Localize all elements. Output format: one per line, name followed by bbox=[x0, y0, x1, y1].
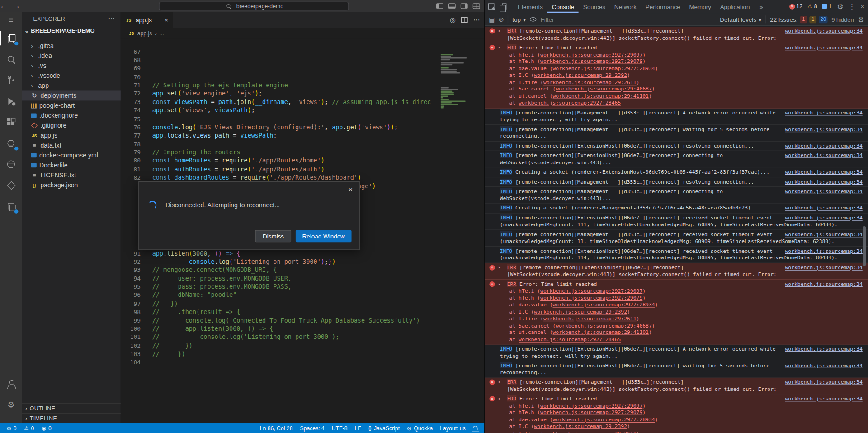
console-source-link[interactable]: workbench.js:sourcemap:34 bbox=[785, 152, 862, 159]
stack-source-link[interactable]: workbench.js:sourcemap:29:40687 bbox=[556, 322, 651, 328]
stack-source-link[interactable]: workbench.js:sourcemap:2927:28465 bbox=[519, 336, 621, 342]
panel-outline[interactable]: ›OUTLINE bbox=[22, 403, 121, 413]
error-count-badge[interactable]: × 12 bbox=[789, 3, 803, 9]
reload-window-button[interactable]: Reload Window bbox=[296, 230, 352, 242]
stack-source-link[interactable]: workbench.js:sourcemap:2927:29079 bbox=[540, 409, 642, 415]
status-item[interactable]: Layout: us bbox=[440, 425, 466, 431]
close-tab-icon[interactable]: × bbox=[165, 17, 168, 24]
console-source-link[interactable]: workbench.js:sourcemap:34 bbox=[785, 379, 862, 385]
inspect-icon[interactable] bbox=[488, 3, 494, 9]
status-item[interactable]: {}JavaScript bbox=[368, 425, 400, 431]
code-line[interactable]: 70 bbox=[121, 73, 438, 81]
tree-item--vs[interactable]: ›.vs bbox=[22, 61, 121, 71]
toggle-panel-icon[interactable] bbox=[448, 3, 456, 9]
extensions-icon[interactable] bbox=[0, 112, 22, 133]
hidden-messages-label[interactable]: 9 hidden bbox=[831, 16, 854, 23]
dismiss-button[interactable]: Dismiss bbox=[255, 230, 291, 242]
info-count-badge[interactable]: 1 bbox=[822, 3, 832, 9]
devtools-tab-console[interactable]: Console bbox=[547, 0, 579, 13]
stack-source-link[interactable]: workbench.js:sourcemap:29:2611 bbox=[543, 315, 637, 321]
console-filter-input[interactable] bbox=[540, 16, 716, 23]
tree-item-app-js[interactable]: JSapp.js bbox=[22, 130, 121, 140]
console-source-link[interactable]: workbench.js:sourcemap:34 bbox=[785, 44, 862, 51]
stack-source-link[interactable]: workbench.js:sourcemap:2927:29097 bbox=[540, 288, 642, 294]
devtools-tab-memory[interactable]: Memory bbox=[685, 0, 716, 13]
log-levels-selector[interactable]: Default levels ▾ bbox=[720, 16, 762, 23]
devtools-tab-network[interactable]: Network bbox=[610, 0, 641, 13]
menu-icon[interactable]: ≡ bbox=[0, 12, 22, 28]
explorer-more-icon[interactable]: ⋯ bbox=[108, 15, 115, 23]
console-source-link[interactable]: workbench.js:sourcemap:34 bbox=[785, 214, 862, 221]
stack-source-link[interactable]: workbench.js:sourcemap:29:2392 bbox=[534, 72, 627, 78]
devtools-settings-icon[interactable]: ⚙ bbox=[837, 2, 843, 10]
stack-source-link[interactable]: workbench.js:sourcemap:29:2392 bbox=[534, 423, 627, 429]
run-debug-icon[interactable] bbox=[0, 90, 22, 111]
code-line[interactable]: 95// pass: process.env.MONGODB_PASS, bbox=[121, 283, 438, 291]
status-item[interactable]: Spaces: 4 bbox=[300, 425, 324, 431]
live-expression-icon[interactable] bbox=[530, 17, 537, 22]
expand-arrow-icon[interactable]: ▸ bbox=[498, 44, 501, 51]
stack-source-link[interactable]: workbench.js:sourcemap:2927:28934 bbox=[553, 65, 655, 71]
console-source-link[interactable]: workbench.js:sourcemap:34 bbox=[785, 169, 862, 176]
issues-button[interactable]: 22 Issues: 1 1 20 bbox=[770, 16, 828, 23]
expand-arrow-icon[interactable]: ▸ bbox=[498, 264, 501, 271]
tree-item--idea[interactable]: ›.idea bbox=[22, 51, 121, 61]
stack-source-link[interactable]: workbench.js:sourcemap:2927:28934 bbox=[553, 301, 655, 307]
customize-layout-icon[interactable] bbox=[473, 3, 480, 9]
explorer-icon[interactable] bbox=[0, 28, 22, 48]
tree-item-deployments[interactable]: ↻deployments bbox=[22, 90, 121, 100]
close-icon[interactable]: × bbox=[349, 186, 353, 194]
settings-icon[interactable]: ⚙ bbox=[0, 394, 22, 415]
code-line[interactable]: 103// }) bbox=[121, 350, 438, 358]
stack-source-link[interactable]: workbench.js:sourcemap:29:40687 bbox=[556, 86, 651, 91]
stack-source-link[interactable]: workbench.js:sourcemap:2927:29097 bbox=[540, 402, 642, 408]
expand-arrow-icon[interactable]: ▸ bbox=[498, 395, 501, 402]
code-line[interactable]: 91app.listen(3000, () => { bbox=[121, 249, 438, 258]
code-line[interactable]: 97// }) bbox=[121, 300, 438, 308]
code-line[interactable]: 81const authRoutes = require('./app/Rout… bbox=[121, 165, 438, 174]
status-item[interactable]: ⊘Quokka bbox=[407, 425, 433, 431]
code-line[interactable]: 104 bbox=[121, 358, 438, 367]
console-source-link[interactable]: workbench.js:sourcemap:34 bbox=[785, 281, 862, 287]
code-line[interactable]: 71// Setting up the ejs template engine bbox=[121, 81, 438, 90]
expand-arrow-icon[interactable]: ▸ bbox=[498, 379, 501, 385]
toggle-sidebar-icon[interactable] bbox=[436, 3, 443, 9]
tab-appjs[interactable]: JS app.js × bbox=[121, 12, 173, 28]
stack-source-link[interactable]: workbench.js:sourcemap:29:2611 bbox=[543, 430, 637, 433]
status-item[interactable]: Ln 86, Col 28 bbox=[260, 425, 293, 431]
code-line[interactable]: 96// dbName: "poodle" bbox=[121, 291, 438, 300]
tree-item-app[interactable]: ›app bbox=[22, 81, 121, 90]
clear-console-icon[interactable]: ⊘ bbox=[499, 15, 504, 23]
code-line[interactable]: 76console.log('EJS Views Directory (conf… bbox=[121, 123, 438, 132]
console-source-link[interactable]: workbench.js:sourcemap:34 bbox=[785, 205, 862, 211]
code-line[interactable]: 101// console.log('Listening on port 300… bbox=[121, 333, 438, 342]
console-settings-icon[interactable]: ⚙ bbox=[858, 15, 864, 24]
tree-item-docker-compose-yml[interactable]: docker-compose.yml bbox=[22, 150, 121, 160]
stack-source-link[interactable]: workbench.js:sourcemap:29:2611 bbox=[543, 79, 637, 85]
stack-source-link[interactable]: workbench.js:sourcemap:2927:29079 bbox=[540, 58, 642, 64]
stack-source-link[interactable]: workbench.js:sourcemap:2927:29079 bbox=[540, 295, 642, 300]
console-source-link[interactable]: workbench.js:sourcemap:34 bbox=[785, 247, 862, 254]
code-line[interactable]: 77app.locals.views_path = viewsPath; bbox=[121, 132, 438, 140]
stack-source-link[interactable]: workbench.js:sourcemap:29:41101 bbox=[553, 93, 649, 99]
code-line[interactable]: 79// Importing the routers bbox=[121, 148, 438, 157]
code-line[interactable]: 100// app.listen(3000, () => { bbox=[121, 325, 438, 333]
code-line[interactable]: 94// user: process.env.MONGODB_USER, bbox=[121, 274, 438, 283]
devtools-tab-sources[interactable]: Sources bbox=[579, 0, 610, 13]
console-source-link[interactable]: workbench.js:sourcemap:34 bbox=[785, 362, 862, 369]
containers-icon[interactable] bbox=[0, 196, 22, 217]
stack-source-link[interactable]: workbench.js:sourcemap:2927:29097 bbox=[540, 51, 642, 57]
kebab-menu-icon[interactable]: ⋮ bbox=[848, 2, 855, 10]
stack-source-link[interactable]: workbench.js:sourcemap:2927:28934 bbox=[553, 416, 655, 422]
more-actions-icon[interactable]: ⋯ bbox=[473, 16, 480, 24]
code-line[interactable]: 92 console.log('Listening on port 3000')… bbox=[121, 257, 438, 266]
stack-source-link[interactable]: workbench.js:sourcemap:29:2392 bbox=[534, 308, 627, 314]
toggle-secondary-sidebar-icon[interactable] bbox=[461, 3, 468, 9]
expand-arrow-icon[interactable]: ▸ bbox=[498, 281, 501, 287]
console-source-link[interactable]: workbench.js:sourcemap:34 bbox=[785, 395, 862, 402]
status-warning[interactable]: ⚠0 bbox=[24, 425, 34, 431]
code-line[interactable]: 69 bbox=[121, 64, 438, 73]
console-source-link[interactable]: workbench.js:sourcemap:34 bbox=[785, 264, 862, 271]
code-line[interactable]: 102// }) bbox=[121, 342, 438, 350]
code-line[interactable]: 99// console.log('Connected To Food Truc… bbox=[121, 316, 438, 325]
